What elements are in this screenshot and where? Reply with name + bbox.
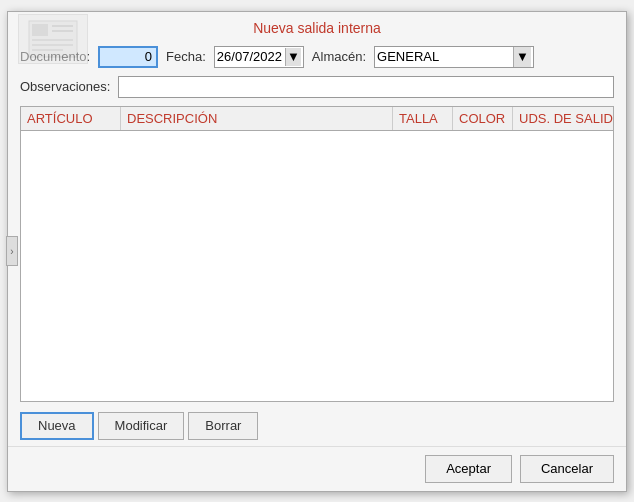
table-body bbox=[21, 131, 613, 401]
observaciones-label: Observaciones: bbox=[20, 79, 110, 94]
col-header-color: COLOR bbox=[453, 107, 513, 130]
almacen-dropdown-button[interactable]: ▼ bbox=[513, 47, 531, 67]
chevron-down-icon: ▼ bbox=[287, 49, 300, 64]
title-bar: Nueva salida interna bbox=[8, 12, 626, 42]
fecha-field: 26/07/2022 ▼ bbox=[214, 46, 304, 68]
almacen-label: Almacén: bbox=[312, 49, 366, 64]
dialog-nueva-salida: › Nueva salida interna Documento: Fecha:… bbox=[7, 11, 627, 492]
col-header-talla: TALLA bbox=[393, 107, 453, 130]
col-header-descripcion: DESCRIPCIÓN bbox=[121, 107, 393, 130]
observaciones-input[interactable] bbox=[118, 76, 614, 98]
items-table: ARTÍCULO DESCRIPCIÓN TALLA COLOR UDS. DE… bbox=[20, 106, 614, 402]
almacen-value: GENERAL bbox=[377, 49, 513, 64]
form-row-2: Observaciones: bbox=[8, 72, 626, 102]
col-header-articulo: ARTÍCULO bbox=[21, 107, 121, 130]
almacen-select[interactable]: GENERAL ▼ bbox=[374, 46, 534, 68]
modificar-button[interactable]: Modificar bbox=[98, 412, 185, 440]
nueva-button[interactable]: Nueva bbox=[20, 412, 94, 440]
svg-rect-1 bbox=[32, 24, 48, 36]
arrow-tab[interactable]: › bbox=[6, 236, 18, 266]
chevron-down-icon: ▼ bbox=[516, 49, 529, 64]
fecha-label: Fecha: bbox=[166, 49, 206, 64]
form-row-1: Documento: Fecha: 26/07/2022 ▼ Almacén: … bbox=[8, 42, 626, 72]
watermark-image bbox=[18, 14, 88, 64]
dialog-title: Nueva salida interna bbox=[253, 20, 381, 36]
fecha-dropdown-button[interactable]: ▼ bbox=[285, 48, 301, 66]
aceptar-button[interactable]: Aceptar bbox=[425, 455, 512, 483]
borrar-button[interactable]: Borrar bbox=[188, 412, 258, 440]
bottom-buttons: Aceptar Cancelar bbox=[8, 446, 626, 491]
fecha-value: 26/07/2022 bbox=[217, 49, 283, 64]
col-header-uds: UDS. DE SALIDA bbox=[513, 107, 613, 130]
cancelar-button[interactable]: Cancelar bbox=[520, 455, 614, 483]
documento-input[interactable] bbox=[98, 46, 158, 68]
action-buttons: Nueva Modificar Borrar bbox=[8, 406, 626, 446]
table-header: ARTÍCULO DESCRIPCIÓN TALLA COLOR UDS. DE… bbox=[21, 107, 613, 131]
